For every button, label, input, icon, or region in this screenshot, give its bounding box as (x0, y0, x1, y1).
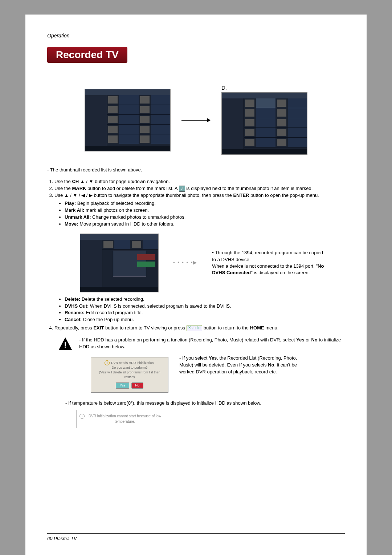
popup-unmarkall: Unmark All: Change marked photos to unma… (65, 214, 345, 221)
up-triangle-icon: ▲ (80, 179, 85, 184)
info-icon: i (79, 414, 85, 419)
popup-rename: Rename: Edit recorded program title. (65, 309, 345, 316)
info-icon: i (105, 360, 110, 365)
intro-line: - The thumbnail recorded list is shown a… (47, 167, 345, 174)
instructions: - The thumbnail recorded list is shown a… (47, 167, 345, 428)
popup-cancel: Cancel: Close the Pop-up menu. (65, 316, 345, 323)
step-2: Use the MARK button to add or delete fro… (54, 185, 345, 192)
screenshot-left (85, 89, 171, 151)
temperature-note: - If temperature is below zero(0°), this… (65, 400, 345, 407)
temperature-dialog: i DVR initialization cannot start becaus… (76, 410, 166, 428)
dialog-yes-button[interactable]: Yes (116, 382, 129, 389)
dotted-arrow-icon: • • • • •▶ (173, 259, 197, 266)
diagram-label: D. (221, 85, 307, 91)
screenshots-row: D. (47, 85, 345, 156)
top-rule (47, 40, 345, 40)
init-dialog: iDVR needs HDD initialization. Do you wa… (91, 357, 168, 393)
dialog-no-button[interactable]: No (131, 382, 144, 389)
svg-marker-1 (207, 118, 211, 122)
screenshot-popup (80, 234, 159, 292)
screenshot-right (221, 92, 307, 155)
xstudio-icon: Xstudio (187, 325, 202, 331)
popup-play: Play: Begin playback of selected recordi… (65, 200, 345, 207)
popup-dvhs: DVHS Out: When DVHS is connected, select… (65, 303, 345, 310)
svg-text:!: ! (64, 340, 66, 349)
popup-markall: Mark All: mark all photos on the screen. (65, 207, 345, 214)
arrow-right-icon (181, 117, 211, 124)
popup-move: Move: Move program saved in HDD to other… (65, 221, 345, 228)
step-4: Repeatedly, press EXIT button to return … (54, 325, 345, 332)
yes-no-explain: - If you select Yes, the Recorded List (… (179, 355, 303, 376)
step-3: Use ▲ / ▼ / ◀ / ▶ button to navigate the… (54, 192, 345, 324)
popup-delete: Delete: Delete the selected recording. (65, 296, 345, 303)
side-note: • Through the 1394, recorded program can… (212, 250, 328, 276)
page-title: Recorded TV (47, 47, 127, 63)
checkmark-icon: ✓ (179, 186, 185, 192)
down-triangle-icon: ▼ (89, 179, 94, 184)
page-footer: 60 Plasma TV (47, 533, 345, 541)
warning-triangle-icon: ! (58, 337, 73, 351)
section-heading: Operation (47, 33, 345, 39)
screenshot-right-wrap: D. (221, 85, 307, 156)
warning-block: ! - If the HDD has a problem on performi… (58, 337, 345, 351)
step-1: Use the CH ▲ / ▼ button for page up/down… (54, 178, 345, 185)
